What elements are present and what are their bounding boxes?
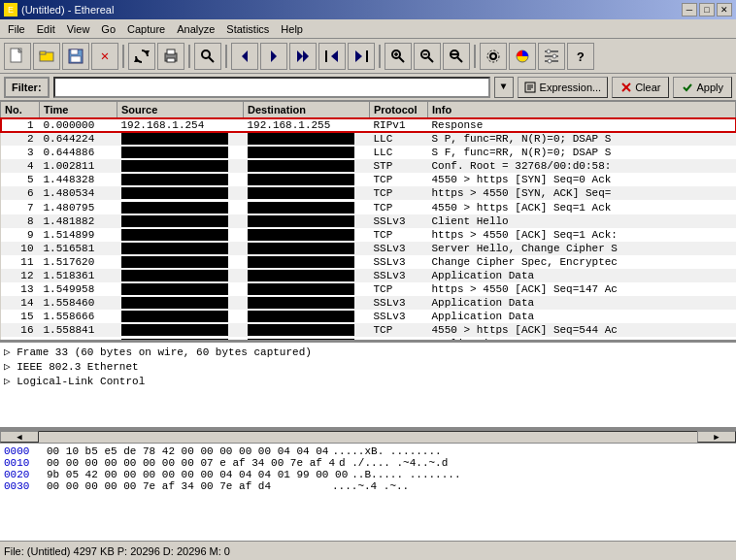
go-last-icon bbox=[352, 48, 370, 65]
expression-button[interactable]: Expression... bbox=[518, 77, 609, 98]
open-icon bbox=[38, 48, 55, 65]
svg-point-39 bbox=[548, 59, 552, 63]
packet-row[interactable]: 8 1.481882 SSLv3 Client Hello bbox=[1, 214, 736, 228]
cell-no: 17 bbox=[1, 337, 40, 340]
packet-row[interactable]: 13 1.549958 TCP https > 4550 [ACK] Seq=1… bbox=[1, 282, 736, 296]
maximize-button[interactable]: □ bbox=[699, 3, 715, 16]
back-icon bbox=[236, 48, 253, 65]
print-button[interactable] bbox=[157, 43, 184, 70]
scroll-left-btn[interactable]: ◀ bbox=[0, 431, 39, 443]
filter-input[interactable] bbox=[53, 77, 490, 98]
packet-row[interactable]: 9 1.514899 TCP https > 4550 [ACK] Seq=1 … bbox=[1, 228, 736, 242]
go-first-button[interactable] bbox=[318, 43, 346, 70]
prefs-button[interactable] bbox=[538, 43, 565, 70]
packet-row[interactable]: 3 0.644886 LLC S F, func=RR, N(R)=0; DSA… bbox=[1, 146, 736, 159]
svg-marker-18 bbox=[331, 50, 338, 62]
cell-protocol: SSLv3 bbox=[370, 269, 428, 282]
packet-row[interactable]: 11 1.517620 SSLv3 Change Cipher Spec, En… bbox=[1, 255, 736, 269]
packet-row[interactable]: 17 1.559441 SSLv3 Application Data bbox=[1, 337, 736, 340]
cell-no: 4 bbox=[1, 159, 40, 173]
packet-row[interactable]: 5 1.448328 TCP 4550 > https [SYN] Seq=0 … bbox=[1, 173, 736, 186]
detail-llc[interactable]: ▷ Logical-Link Control bbox=[2, 374, 734, 388]
minimize-button[interactable]: ─ bbox=[682, 3, 697, 16]
save-button[interactable] bbox=[62, 43, 89, 70]
packet-row[interactable]: 16 1.558841 TCP 4550 > https [ACK] Seq=5… bbox=[1, 323, 736, 337]
svg-rect-30 bbox=[452, 53, 457, 55]
packet-row[interactable]: 15 1.558666 SSLv3 Application Data bbox=[1, 310, 736, 323]
cell-protocol: TCP bbox=[370, 228, 428, 242]
help-icon: ? bbox=[572, 48, 589, 65]
new-button[interactable] bbox=[4, 43, 31, 70]
cell-source bbox=[117, 146, 244, 159]
menu-file[interactable]: File bbox=[2, 21, 31, 37]
packet-row[interactable]: 14 1.558460 SSLv3 Application Data bbox=[1, 296, 736, 310]
cell-time: 1.517620 bbox=[40, 255, 117, 269]
svg-line-29 bbox=[457, 57, 462, 62]
packet-row[interactable]: 6 1.480534 TCP https > 4550 [SYN, ACK] S… bbox=[1, 186, 736, 200]
colors-icon bbox=[514, 48, 531, 65]
packet-list-container: No. Time Source Destination Protocol Inf… bbox=[0, 101, 736, 343]
cell-no: 6 bbox=[1, 186, 40, 200]
find-button[interactable] bbox=[194, 43, 221, 70]
packet-row[interactable]: 4 1.002811 STP Conf. Root = 32768/00:d0:… bbox=[1, 159, 736, 173]
zoom-fit-button[interactable] bbox=[443, 43, 470, 70]
status-text: File: (Untitled) 4297 KB P: 20296 D: 202… bbox=[4, 545, 230, 557]
close-file-button[interactable]: ✕ bbox=[91, 43, 118, 70]
cell-info: Conf. Root = 32768/00:d0:58: bbox=[428, 159, 736, 173]
detail-frame[interactable]: ▷ Frame 33 (60 bytes on wire, 60 bytes c… bbox=[2, 345, 734, 359]
cell-source: 192.168.1.254 bbox=[117, 118, 244, 133]
go-last-button[interactable] bbox=[348, 43, 375, 70]
close-button[interactable]: ✕ bbox=[717, 3, 732, 16]
apply-button[interactable]: Apply bbox=[673, 77, 732, 98]
filter-dropdown-btn[interactable]: ▼ bbox=[494, 77, 514, 98]
go-forward-button[interactable] bbox=[289, 43, 317, 70]
hex-ascii: .....xB. ........ bbox=[332, 445, 441, 457]
detail-ethernet[interactable]: ▷ IEEE 802.3 Ethernet bbox=[2, 359, 734, 374]
cell-time: 0.000000 bbox=[40, 118, 117, 133]
svg-line-22 bbox=[399, 57, 404, 62]
zoom-in-button[interactable] bbox=[385, 43, 412, 70]
scroll-right-btn[interactable]: ▶ bbox=[697, 431, 736, 443]
back-button[interactable] bbox=[231, 43, 258, 70]
cell-info: Application Data bbox=[428, 296, 736, 310]
cell-source bbox=[117, 269, 244, 282]
menu-go[interactable]: Go bbox=[95, 21, 121, 37]
settings-button[interactable] bbox=[480, 43, 507, 70]
menu-capture[interactable]: Capture bbox=[121, 21, 171, 37]
cell-info: Application Data bbox=[428, 310, 736, 323]
open-button[interactable] bbox=[33, 43, 60, 70]
title-bar: E (Untitled) - Ethereal ─ □ ✕ bbox=[0, 0, 736, 19]
menu-help[interactable]: Help bbox=[275, 21, 309, 37]
forward-button[interactable] bbox=[260, 43, 287, 70]
svg-rect-9 bbox=[167, 49, 175, 54]
cell-time: 1.002811 bbox=[40, 159, 117, 173]
menu-view[interactable]: View bbox=[61, 21, 96, 37]
packet-row[interactable]: 12 1.518361 SSLv3 Application Data bbox=[1, 269, 736, 282]
h-scrollbar[interactable]: ◀ ▶ bbox=[0, 430, 736, 444]
help-button[interactable]: ? bbox=[567, 43, 594, 70]
reload-button[interactable] bbox=[128, 43, 155, 70]
packet-list[interactable]: No. Time Source Destination Protocol Inf… bbox=[0, 101, 736, 340]
cell-time: 1.518361 bbox=[40, 269, 117, 282]
column-headers: No. Time Source Destination Protocol Inf… bbox=[1, 102, 736, 118]
packet-row[interactable]: 1 0.000000 192.168.1.254 192.168.1.255 R… bbox=[1, 118, 736, 133]
cell-dest bbox=[244, 214, 370, 228]
colors-button[interactable] bbox=[509, 43, 536, 70]
zoom-out-button[interactable] bbox=[414, 43, 441, 70]
svg-point-37 bbox=[547, 49, 551, 53]
svg-rect-10 bbox=[167, 58, 175, 62]
packet-row[interactable]: 7 1.480795 TCP 4550 > https [ACK] Seq=1 … bbox=[1, 200, 736, 214]
cell-info: S F, func=RR, N(R)=0; DSAP S bbox=[428, 146, 736, 159]
menu-edit[interactable]: Edit bbox=[31, 21, 61, 37]
settings-icon bbox=[485, 48, 502, 65]
hex-row: 0010 00 00 00 00 00 00 00 00 07 e af 34 … bbox=[4, 457, 732, 469]
packet-row[interactable]: 10 1.516581 SSLv3 Server Hello, Change C… bbox=[1, 242, 736, 255]
menu-statistics[interactable]: Statistics bbox=[220, 21, 275, 37]
reload-icon bbox=[133, 48, 151, 65]
packet-row[interactable]: 2 0.644224 LLC S P, func=RR, N(R)=0; DSA… bbox=[1, 132, 736, 146]
packet-details[interactable]: ▷ Frame 33 (60 bytes on wire, 60 bytes c… bbox=[0, 343, 736, 430]
menu-analyze[interactable]: Analyze bbox=[171, 21, 220, 37]
go-forward-icon bbox=[294, 48, 312, 65]
clear-button[interactable]: Clear bbox=[612, 77, 669, 98]
col-time: Time bbox=[40, 102, 117, 118]
